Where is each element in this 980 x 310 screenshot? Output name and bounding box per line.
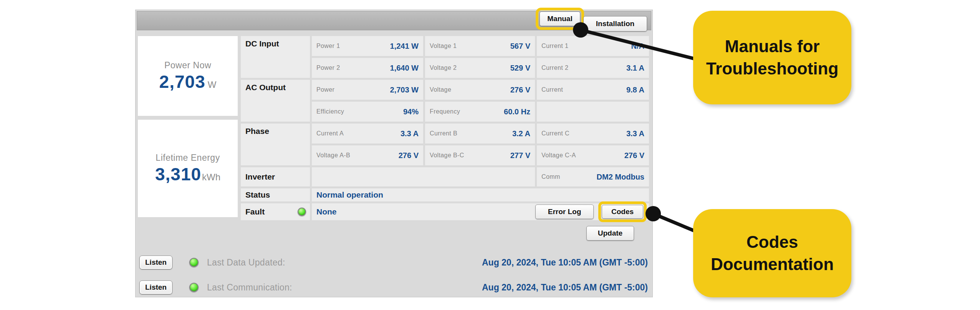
dc-voltage1-cell: Voltage 1 567 V xyxy=(425,36,535,56)
dc-power1-value: 1,241 W xyxy=(390,42,419,51)
phase-voltage-ab-label: Voltage A-B xyxy=(316,152,350,159)
ac-power-label: Power xyxy=(316,86,334,93)
ac-voltage-cell: Voltage 276 V xyxy=(425,80,535,100)
ac-current-label: Current xyxy=(541,86,563,93)
codes-button[interactable]: Codes xyxy=(602,205,643,219)
inverter-empty-cell xyxy=(312,167,535,186)
phase-voltage-ab-cell: Voltage A-B 276 V xyxy=(312,145,423,165)
dc-voltage1-value: 567 V xyxy=(510,42,530,51)
topbar: Manual Installation xyxy=(137,11,651,30)
ac-current-cell: Current 9.8 A xyxy=(537,80,649,100)
listen-button[interactable]: Listen xyxy=(139,280,172,294)
dc-power1-label: Power 1 xyxy=(316,43,340,49)
ac-frequency-cell: Frequency 60.0 Hz xyxy=(425,102,535,122)
manual-callout-bubble: Manuals for Troubleshooting xyxy=(693,11,851,104)
last-communication-row: Listen Last Communication: Aug 20, 2024,… xyxy=(139,280,648,295)
section-status: Status xyxy=(241,188,310,201)
power-now-unit: W xyxy=(208,79,217,90)
dc-current2-value: 3.1 A xyxy=(626,64,644,73)
dc-voltage2-cell: Voltage 2 529 V xyxy=(425,58,535,78)
dc-current1-label: Current 1 xyxy=(541,43,568,49)
power-now-card: Power Now 2,703 W xyxy=(138,36,238,116)
section-dc-input: DC Input xyxy=(241,36,310,78)
inverter-comm-cell: Comm DM2 Modbus xyxy=(537,167,649,186)
fault-led-icon xyxy=(298,208,306,216)
fault-label: Fault xyxy=(245,207,265,216)
last-data-updated-row: Listen Last Data Updated: Aug 20, 2024, … xyxy=(139,255,648,270)
manual-highlight-ring: Manual xyxy=(536,8,584,30)
last-data-updated-label: Last Data Updated: xyxy=(207,257,285,268)
dc-power1-cell: Power 1 1,241 W xyxy=(312,36,423,56)
dc-current2-cell: Current 2 3.1 A xyxy=(537,58,649,78)
listen-button[interactable]: Listen xyxy=(139,256,172,269)
manual-button[interactable]: Manual xyxy=(540,12,580,26)
dc-power2-value: 1,640 W xyxy=(390,64,419,73)
error-log-button[interactable]: Error Log xyxy=(535,204,594,219)
status-value-cell: Normal operation xyxy=(312,188,649,201)
dc-power2-label: Power 2 xyxy=(316,64,340,71)
listen-led-icon xyxy=(189,283,199,292)
ac-voltage-label: Voltage xyxy=(430,86,451,93)
lifetime-energy-label: Lifetime Energy xyxy=(156,153,220,163)
inverter-comm-value: DM2 Modbus xyxy=(597,173,644,181)
phase-voltage-ca-cell: Voltage C-A 276 V xyxy=(537,145,649,165)
dc-current2-label: Current 2 xyxy=(541,64,568,71)
ac-voltage-value: 276 V xyxy=(510,86,530,94)
phase-current-a-label: Current A xyxy=(316,130,344,137)
ac-efficiency-value: 94% xyxy=(403,107,419,116)
codes-highlight-ring: Codes xyxy=(598,201,647,222)
phase-voltage-ca-value: 276 V xyxy=(624,151,644,160)
section-fault: Fault xyxy=(241,203,310,220)
ac-power-cell: Power 2,703 W xyxy=(312,80,423,100)
section-phase: Phase xyxy=(241,124,310,165)
phase-current-a-value: 3.3 A xyxy=(401,129,419,138)
ac-efficiency-cell: Efficiency 94% xyxy=(312,102,423,122)
dc-voltage1-label: Voltage 1 xyxy=(430,43,457,49)
phase-voltage-bc-cell: Voltage B-C 277 V xyxy=(425,145,535,165)
update-button[interactable]: Update xyxy=(586,226,634,241)
last-communication-value: Aug 20, 2024, Tue 10:05 AM (GMT -5:00) xyxy=(482,282,648,293)
inverter-status-panel: Manual Installation Power Now 2,703 W Li… xyxy=(135,10,653,297)
dc-current1-value: N/A xyxy=(631,42,644,51)
inverter-comm-label: Comm xyxy=(541,173,560,180)
phase-current-b-label: Current B xyxy=(430,130,457,137)
dc-voltage2-value: 529 V xyxy=(510,64,530,73)
lifetime-energy-value: 3,310 xyxy=(155,164,201,185)
phase-current-c-cell: Current C 3.3 A xyxy=(537,124,649,143)
last-communication-label: Last Communication: xyxy=(207,282,292,293)
fault-value: None xyxy=(316,207,337,216)
page: Manual Installation Power Now 2,703 W Li… xyxy=(0,0,980,310)
phase-current-b-cell: Current B 3.2 A xyxy=(425,124,535,143)
ac-empty-cell xyxy=(537,102,649,122)
power-now-value: 2,703 xyxy=(159,71,205,92)
readings-table: DC Input Power 1 1,241 W Voltage 1 567 V… xyxy=(241,36,650,220)
ac-power-value: 2,703 W xyxy=(390,86,419,94)
phase-current-b-value: 3.2 A xyxy=(512,129,530,138)
installation-button[interactable]: Installation xyxy=(583,16,647,31)
dc-voltage2-label: Voltage 2 xyxy=(430,64,457,71)
phase-voltage-ab-value: 276 V xyxy=(399,151,419,160)
manual-callout-line2: Troubleshooting xyxy=(706,58,839,80)
dc-power2-cell: Power 2 1,640 W xyxy=(312,58,423,78)
ac-frequency-value: 60.0 Hz xyxy=(504,107,530,116)
codes-callout-bubble: Codes Documentation xyxy=(693,209,851,297)
section-ac-output: AC Output xyxy=(241,80,310,122)
phase-voltage-ca-label: Voltage C-A xyxy=(541,152,576,159)
ac-efficiency-label: Efficiency xyxy=(316,108,344,115)
phase-voltage-bc-label: Voltage B-C xyxy=(430,152,464,159)
codes-callout-line1: Codes xyxy=(747,231,798,253)
section-inverter: Inverter xyxy=(241,167,310,186)
listen-led-icon xyxy=(189,258,199,267)
ac-frequency-label: Frequency xyxy=(430,108,460,115)
status-value: Normal operation xyxy=(316,190,383,200)
dc-current1-cell: Current 1 N/A xyxy=(537,36,649,56)
phase-voltage-bc-value: 277 V xyxy=(510,151,530,160)
fault-value-cell: None Error Log Codes xyxy=(312,203,649,220)
manual-callout-line1: Manuals for xyxy=(725,35,820,58)
phase-current-c-value: 3.3 A xyxy=(626,129,644,138)
ac-current-value: 9.8 A xyxy=(626,86,644,94)
power-now-label: Power Now xyxy=(164,60,211,71)
lifetime-energy-card: Lifetime Energy 3,310 kWh xyxy=(138,120,238,217)
phase-current-c-label: Current C xyxy=(541,130,569,137)
phase-current-a-cell: Current A 3.3 A xyxy=(312,124,423,143)
